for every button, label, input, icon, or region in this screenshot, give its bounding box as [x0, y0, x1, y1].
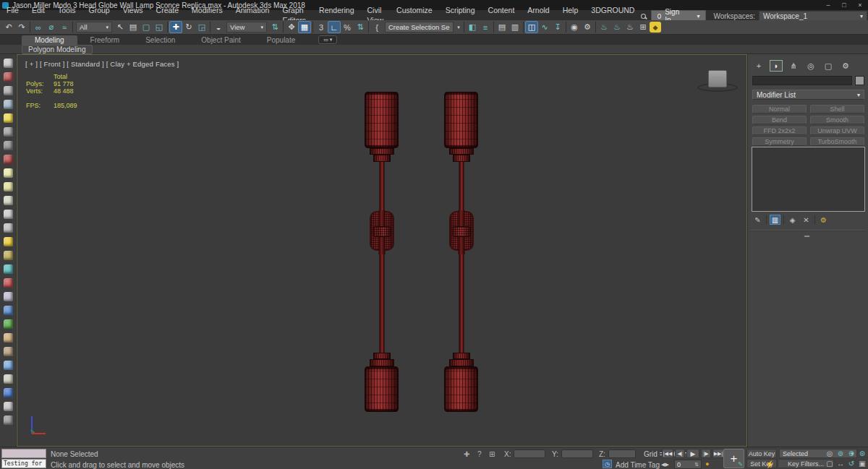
z-coordinate-field[interactable] [608, 449, 636, 458]
spinner-snap-icon[interactable]: ⇅ [354, 21, 367, 33]
maxscript-listener-macro-field[interactable] [1, 449, 46, 458]
lamp-sconce-model-left[interactable] [365, 92, 399, 412]
select-and-scale-icon[interactable]: ◲ [195, 21, 208, 33]
key-icon[interactable]: ● [705, 460, 709, 468]
absolute-offset-toggle-icon[interactable]: ⊞ [489, 450, 495, 458]
layer-explorer-icon[interactable]: ▥ [509, 21, 522, 33]
tab-selection[interactable]: Selection [132, 35, 188, 45]
curve-editor-icon[interactable]: ∿ [538, 21, 551, 33]
modifier-preset-button[interactable]: Symmetry [752, 137, 807, 146]
tab-modeling[interactable]: Modeling [22, 35, 77, 45]
auto-key-button[interactable]: Auto Key [746, 449, 777, 458]
minimize-button[interactable]: – [820, 1, 836, 9]
viewcube-cube[interactable] [708, 70, 727, 87]
export-icon[interactable] [1, 386, 15, 400]
bind-to-spacewarp-icon[interactable]: ≈ [58, 21, 71, 33]
spreadsheet-icon[interactable] [1, 98, 15, 111]
snaps-toggle-icon[interactable]: 3 [315, 21, 328, 33]
search-icon[interactable] [641, 14, 645, 19]
zoom-extents-all-icon[interactable]: ⊛ [857, 449, 867, 458]
arnold-render-icon[interactable]: ◆ [650, 22, 661, 33]
ribbon-collapse-button[interactable]: ▭ ▾ [318, 35, 337, 44]
lamp-sconce-model-right[interactable] [444, 92, 478, 412]
angle-snap-icon[interactable]: ∟ [328, 21, 341, 33]
pin-stack-icon[interactable]: ✎ [752, 215, 763, 225]
edit-named-selection-sets-icon[interactable]: { [370, 21, 383, 33]
modifier-preset-button[interactable]: Shell [810, 105, 864, 113]
select-and-manipulate-icon[interactable]: ✥ [285, 21, 298, 33]
key-mode-toggle-icon[interactable]: ◀▶ [661, 460, 669, 469]
maximize-button[interactable]: □ [836, 1, 852, 9]
list-icon[interactable] [1, 84, 15, 98]
fur-icon[interactable] [1, 331, 15, 345]
document-icon[interactable] [1, 400, 15, 413]
show-end-result-icon[interactable]: ▥ [770, 215, 780, 225]
percent-snap-icon[interactable]: % [341, 21, 354, 33]
help-icon[interactable] [1, 413, 15, 427]
window-crossing-icon[interactable]: ◱ [153, 21, 166, 33]
select-and-link-icon[interactable]: ∞ [32, 21, 45, 33]
teapot-wire-icon[interactable] [1, 207, 15, 221]
select-by-name-icon[interactable]: ▤ [127, 21, 140, 33]
modifier-preset-button[interactable]: Bend [752, 116, 807, 124]
modifier-list-dropdown[interactable]: Modifier List ▾ [752, 90, 864, 100]
maximize-viewport-icon[interactable]: ▣ [857, 459, 867, 468]
zoom-all-icon[interactable]: ⊚ [835, 449, 846, 458]
viewport-front[interactable]: [ + ] [ Front ] [ Standard ] [ Clay + Ed… [17, 54, 747, 447]
zoom-region-icon[interactable]: ▢ [825, 459, 835, 468]
viewport-label[interactable]: [ + ] [ Front ] [ Standard ] [ Clay + Ed… [25, 60, 179, 68]
pan-icon[interactable]: ↔ [835, 459, 846, 468]
olive-sphere-icon[interactable] [1, 249, 15, 262]
clipboard-icon[interactable] [1, 372, 15, 386]
use-pivot-center-icon[interactable]: ⇅ [268, 21, 281, 33]
go-to-end-button[interactable]: ▶▶| [712, 449, 724, 458]
cone-icon[interactable] [1, 221, 15, 235]
tab-create[interactable]: + [752, 60, 765, 72]
render-production-icon[interactable]: ♨ [597, 21, 610, 33]
envelope-icon[interactable] [1, 290, 15, 304]
dome-icon[interactable] [1, 180, 15, 194]
animation-mode-icon[interactable]: ⚡ [765, 460, 774, 468]
redo-icon[interactable]: ↷ [15, 21, 28, 33]
modifier-preset-button[interactable]: FFD 2x2x2 [752, 126, 807, 135]
scatter-icon[interactable] [1, 262, 15, 276]
lamp-stem[interactable] [379, 162, 384, 356]
tab-display[interactable]: ▢ [822, 60, 835, 72]
tab-modify[interactable]: ◗ [770, 60, 783, 72]
material-editor-icon[interactable]: ◉ [568, 21, 581, 33]
add-time-tag[interactable]: Add Time Tag [616, 461, 660, 469]
maxscript-listener-field[interactable]: Testing for ; [1, 459, 46, 468]
current-frame-field[interactable]: 0 ⇅ [674, 460, 702, 469]
mirror-icon[interactable]: ◧ [466, 21, 479, 33]
select-and-place-icon[interactable]: ◒ [212, 21, 225, 33]
modifier-preset-button[interactable]: TurboSmooth [810, 137, 864, 146]
undo-icon[interactable]: ↶ [2, 21, 15, 33]
play-button[interactable]: ▶ [686, 449, 699, 458]
go-to-start-button[interactable]: |◀◀ [662, 449, 673, 458]
modifier-preset-button[interactable]: Normal [752, 105, 807, 113]
transform-gizmo-toggle-icon[interactable]: ✚ [464, 450, 469, 458]
polygon-modeling-panel[interactable]: Polygon Modeling [22, 45, 93, 54]
rock-icon[interactable] [1, 345, 15, 358]
sphere-icon[interactable] [1, 194, 15, 207]
blue-sphere-icon[interactable] [1, 358, 15, 372]
object-color-swatch[interactable] [855, 76, 864, 85]
box-icon[interactable] [1, 166, 15, 180]
unlink-selection-icon[interactable]: ⌀ [45, 21, 58, 33]
red-panel-icon[interactable] [1, 70, 15, 84]
schematic-view-icon[interactable]: ↧ [551, 21, 564, 33]
make-unique-icon[interactable]: ◈ [787, 215, 798, 225]
modifier-preset-button[interactable]: Smooth [810, 116, 864, 124]
spotlight-icon[interactable] [1, 139, 15, 152]
close-button[interactable]: × [852, 1, 868, 9]
x-coordinate-field[interactable] [514, 449, 545, 458]
selection-lock-icon[interactable]: ? [477, 450, 482, 458]
zoom-extents-icon[interactable]: ⊕ [846, 449, 856, 458]
modifier-stack[interactable] [752, 147, 865, 212]
lamp-top-shade[interactable] [444, 92, 478, 148]
select-object-icon[interactable]: ↖ [114, 21, 127, 33]
render-setup-icon[interactable]: ⚙ [581, 21, 594, 33]
remove-modifier-icon[interactable]: ✕ [801, 215, 812, 225]
align-icon[interactable]: ≡ [479, 21, 492, 33]
select-and-move-icon[interactable]: ✚ [169, 21, 182, 33]
